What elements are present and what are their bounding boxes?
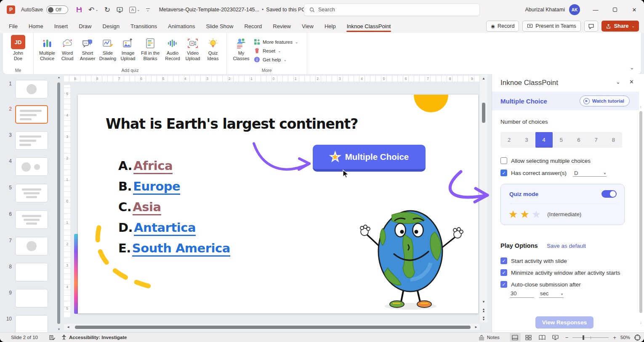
scrollbar-thumb[interactable]	[75, 326, 471, 329]
earth-cartoon-character[interactable]	[351, 204, 471, 310]
scroll-up-icon[interactable]: ▲	[57, 76, 61, 79]
zoom-slider[interactable]	[572, 337, 609, 338]
normal-view-button[interactable]	[510, 333, 521, 342]
choice-count-2[interactable]: 2	[500, 132, 518, 148]
scrollbar-thumb[interactable]	[482, 103, 485, 123]
multiple-choice-button[interactable]: MultipleChoice	[37, 35, 57, 61]
watch-tutorial-button[interactable]: ▶ Watch tutorial	[580, 95, 630, 106]
duration-input[interactable]	[510, 289, 534, 298]
thumbnail-slide-2-selected[interactable]: 2	[0, 105, 48, 124]
tab-view[interactable]: View	[296, 21, 319, 32]
next-slide-button[interactable]: ▼▼	[480, 317, 487, 321]
thumbnail-scrollbar[interactable]: ▲ ▼	[57, 76, 61, 331]
undo-button[interactable]: ↶⌄	[88, 6, 98, 13]
choice-count-6[interactable]: 6	[570, 132, 587, 148]
answer-option-b[interactable]: B. Europe	[118, 179, 230, 200]
quiz-mode-toggle-on[interactable]	[601, 190, 617, 198]
audio-record-button[interactable]: AudioRecord	[162, 35, 183, 61]
choice-count-7[interactable]: 7	[587, 132, 604, 148]
short-answer-button[interactable]: ShortAnswer	[77, 35, 98, 61]
save-as-default-link[interactable]: Save as default	[547, 243, 586, 249]
slide-canvas[interactable]: What is Earth's largest continent? A. Af…	[78, 95, 478, 313]
get-help-button[interactable]: Get help⌄	[254, 56, 298, 63]
has-correct-answer-checkbox[interactable]: ✓ Has correct answer(s) D ▾	[500, 169, 607, 177]
thumbnail-slide-10[interactable]: 10	[0, 315, 48, 332]
more-features-button[interactable]: More features⌄	[254, 39, 298, 45]
minimize-button[interactable]: —	[586, 0, 605, 19]
video-upload-button[interactable]: VideoUpload	[183, 35, 203, 61]
record-button[interactable]: ◉ Record	[486, 21, 519, 32]
close-button[interactable]: ✕	[625, 0, 644, 19]
slide-horizontal-scrollbar[interactable]: ◄ ►	[64, 324, 480, 330]
panel-scrollbar[interactable]: ↑ ↓	[639, 95, 643, 326]
thumbnail-slide-1[interactable]: 1	[0, 80, 48, 98]
choice-count-5[interactable]: 5	[553, 132, 570, 148]
scroll-right-icon[interactable]: ►	[474, 324, 478, 330]
duration-unit-dropdown[interactable]: sec ▾	[539, 289, 564, 298]
tab-help[interactable]: Help	[319, 21, 341, 32]
fill-in-the-blanks-button[interactable]: Fill in theBlanks	[138, 35, 162, 61]
checkbox-checked[interactable]: ✓	[500, 257, 507, 264]
multiple-choice-activity-button[interactable]: ★ Multiple Choice	[313, 145, 426, 172]
slide-drawing-button[interactable]: SlideDrawing	[98, 35, 118, 61]
redo-button[interactable]: ↻	[104, 6, 110, 13]
thumbnail-slide-3[interactable]: 3	[0, 131, 48, 150]
scrollbar-thumb[interactable]	[639, 111, 642, 313]
tab-record[interactable]: Record	[239, 21, 267, 32]
difficulty-star-icon[interactable]: ★	[520, 208, 529, 220]
user-avatar[interactable]: AK	[569, 4, 580, 15]
zoom-out-button[interactable]: −	[565, 334, 569, 341]
tab-animations[interactable]: Animations	[162, 21, 200, 32]
thumbnail-slide-8[interactable]: 8	[0, 263, 48, 281]
tab-inknoe-classpoint[interactable]: Inknoe ClassPoint	[341, 21, 397, 32]
word-cloud-button[interactable]: WordCloud	[57, 35, 77, 61]
tab-review[interactable]: Review	[267, 21, 296, 32]
tab-home[interactable]: Home	[23, 21, 49, 32]
maximize-button[interactable]	[605, 0, 625, 19]
scroll-left-icon[interactable]: ◄	[67, 324, 70, 330]
tab-insert[interactable]: Insert	[49, 21, 74, 32]
format-style-button[interactable]: A⌄	[129, 7, 140, 13]
difficulty-star-icon[interactable]: ★	[508, 208, 518, 220]
choice-count-3[interactable]: 3	[518, 132, 535, 148]
user-profile-button[interactable]: JD JohnDoe	[8, 35, 28, 61]
save-icon[interactable]	[76, 6, 82, 13]
undo-caret-icon[interactable]: ⌄	[95, 8, 98, 12]
panel-close-icon[interactable]: ✕	[629, 79, 634, 85]
correct-answer-dropdown[interactable]: D ▾	[573, 169, 607, 177]
present-in-teams-button[interactable]: Present in Teams	[522, 21, 580, 32]
notes-button[interactable]: Notes	[478, 335, 500, 340]
checkbox-checked[interactable]: ✓	[500, 170, 507, 176]
tab-design[interactable]: Design	[97, 21, 125, 32]
scroll-down-icon[interactable]: ▼	[480, 300, 487, 304]
image-upload-button[interactable]: ImageUpload	[118, 35, 138, 61]
thumbnail-slide-9[interactable]: 9	[0, 289, 48, 308]
comments-button[interactable]	[584, 21, 598, 32]
choice-count-4-selected[interactable]: 4	[535, 132, 553, 148]
zoom-slider-handle[interactable]	[583, 335, 584, 340]
quiz-ideas-button[interactable]: QuizIdeas	[203, 35, 223, 61]
slide-counter[interactable]: Slide 2 of 10	[11, 335, 38, 340]
minimize-window-checkbox[interactable]: ✓ Minimize activity window after activit…	[500, 269, 620, 276]
scroll-up-icon[interactable]: ↑	[639, 105, 643, 109]
slide-show-button[interactable]	[550, 333, 561, 342]
previous-slide-button[interactable]: ▲▲	[480, 308, 487, 312]
checkbox-unchecked[interactable]	[500, 157, 507, 164]
tab-draw[interactable]: Draw	[73, 21, 97, 32]
scroll-down-icon[interactable]: ↓	[639, 321, 643, 325]
autosave-toggle[interactable]: Off	[46, 5, 68, 14]
fit-to-window-button[interactable]	[634, 334, 641, 341]
reading-view-button[interactable]	[537, 333, 548, 342]
checkbox-checked[interactable]: ✓	[500, 281, 507, 288]
tab-transitions[interactable]: Transitions	[125, 21, 162, 32]
search-input[interactable]: Search	[304, 3, 480, 16]
tab-slide-show[interactable]: Slide Show	[200, 21, 239, 32]
start-presentation-icon[interactable]	[116, 6, 123, 13]
spell-check-icon[interactable]	[49, 334, 55, 341]
my-classes-button[interactable]: MyClasses	[230, 35, 252, 61]
share-button[interactable]: Share ⌄	[601, 21, 639, 32]
customize-qat-button[interactable]: ⌄	[146, 8, 150, 11]
start-activity-checkbox[interactable]: ✓ Start activity with slide	[500, 257, 567, 264]
zoom-in-button[interactable]: +	[613, 334, 616, 341]
thumbnail-slide-6[interactable]: 6	[0, 210, 48, 229]
